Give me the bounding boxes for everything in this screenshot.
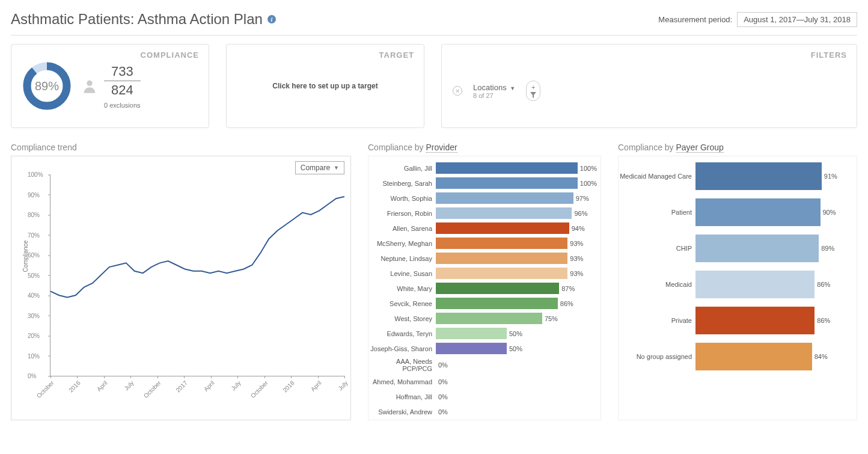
bar-track: 86%	[436, 298, 597, 309]
compliance-donut: 89%	[22, 61, 72, 111]
bar-label: Worth, Sophia	[368, 195, 436, 202]
bar-fill	[436, 253, 567, 264]
compliance-fraction: 733 824 0 exclusions	[81, 64, 141, 109]
bar-label: Neptune, Lindsay	[368, 255, 436, 262]
bar-track: 93%	[436, 253, 597, 264]
compliance-card-label: COMPLIANCE	[141, 51, 199, 60]
x-tick-label: 2016	[68, 379, 82, 394]
bar-fill	[436, 268, 567, 279]
bar-label: White, Mary	[368, 285, 436, 292]
compliance-by-payer-chart[interactable]: Medicaid Managed Care91%Patient90%CHIP89…	[618, 156, 857, 420]
bar-track: 50%	[436, 343, 597, 354]
filter-locations[interactable]: Locations ▼ 8 of 27	[473, 83, 515, 99]
bar-value: 0%	[438, 361, 448, 369]
bar-row: McSherry, Meghan93%	[368, 238, 597, 249]
x-tick-label: October	[249, 379, 269, 399]
y-tick: 10%	[28, 352, 40, 359]
bar-track: 97%	[436, 192, 597, 204]
bar-value: 50%	[509, 330, 522, 337]
bar-label: Levine, Susan	[368, 270, 436, 277]
bar-row: Sevcik, Renee86%	[368, 298, 597, 309]
compliance-trend-chart: Compare ▼ Compliance 0%10%20%30%40%50%60…	[11, 156, 351, 420]
y-tick: 30%	[28, 312, 40, 319]
bar-row: Allen, Sarena94%	[368, 222, 597, 234]
bar-label: Ahmed, Mohammad	[368, 378, 436, 385]
x-tick-label: April	[309, 379, 322, 393]
bar-row: Medicaid Managed Care91%	[619, 162, 853, 190]
bar-track: 75%	[436, 313, 597, 324]
bar-row: Swiderski, Andrew0%	[368, 406, 597, 417]
info-icon[interactable]: i	[267, 15, 276, 23]
chevron-down-icon: ▼	[510, 85, 515, 91]
bar-track: 86%	[695, 271, 853, 298]
period-selector[interactable]: August 1, 2017—July 31, 2018	[737, 12, 857, 27]
bar-fill	[436, 222, 569, 234]
bar-fill	[695, 307, 815, 334]
bar-value: 91%	[824, 173, 837, 180]
bar-track: 87%	[436, 283, 597, 294]
target-card: TARGET Click here to set up up a target	[226, 44, 424, 128]
bar-label: Swiderski, Andrew	[368, 408, 436, 416]
bar-track: 0%	[436, 376, 597, 387]
bar-track: 0%	[436, 406, 597, 417]
bar-label: Hoffman, Jill	[368, 393, 436, 400]
bar-fill	[436, 162, 578, 174]
bar-row: Neptune, Lindsay93%	[368, 253, 597, 264]
set-target-link[interactable]: Click here to set up up a target	[272, 82, 377, 90]
target-card-label: TARGET	[379, 51, 414, 60]
bar-value: 97%	[576, 195, 589, 202]
bar-value: 89%	[821, 245, 834, 252]
bar-label: Private	[619, 317, 695, 324]
y-tick: 40%	[28, 292, 40, 299]
bar-track: 89%	[695, 235, 853, 262]
bar-label: Medicaid	[619, 281, 695, 288]
bar-track: 100%	[436, 177, 597, 189]
bar-row: Steinberg, Sarah100%	[368, 177, 597, 189]
bar-row: No group assigned84%	[619, 343, 853, 370]
compliance-by-provider-chart[interactable]: Gallin, Jill100%Steinberg, Sarah100%Wort…	[368, 156, 601, 420]
bar-row: Medicaid86%	[619, 271, 853, 298]
payer-dimension-dropdown[interactable]: Payer Group	[676, 143, 724, 153]
y-tick: 80%	[28, 212, 40, 218]
bar-fill	[436, 207, 572, 219]
y-tick: 90%	[28, 191, 40, 198]
bar-fill	[695, 271, 815, 298]
x-tick-label: 2017	[175, 379, 189, 394]
bar-fill	[695, 235, 819, 262]
bar-track: 93%	[436, 268, 597, 279]
filters-card: FILTERS ✕ Locations ▼ 8 of 27 +	[441, 44, 857, 128]
bar-value: 86%	[560, 300, 573, 307]
period-label: Measurement period:	[658, 15, 732, 24]
bar-label: West, Storey	[368, 315, 436, 322]
bar-value: 90%	[823, 209, 836, 216]
y-tick: 70%	[28, 232, 40, 238]
bar-value: 75%	[545, 315, 558, 322]
bar-value: 93%	[570, 240, 583, 247]
bar-fill	[436, 177, 578, 189]
clear-filter-icon[interactable]: ✕	[453, 86, 462, 96]
bar-fill	[695, 162, 822, 190]
bar-label: Allen, Sarena	[368, 225, 436, 232]
bar-label: Gallin, Jill	[368, 165, 436, 172]
bar-value: 87%	[561, 285, 575, 292]
bar-label: CHIP	[619, 245, 695, 252]
bar-row: Patient90%	[619, 198, 853, 226]
provider-title-prefix: Compliance by	[368, 143, 426, 152]
payer-title-prefix: Compliance by	[618, 143, 676, 152]
compliance-by-provider-section: Compliance by Provider Gallin, Jill100%S…	[368, 143, 601, 420]
add-filter-button[interactable]: +	[526, 81, 540, 101]
bar-label: Joseph-Giss, Sharon	[368, 345, 436, 352]
provider-dimension-dropdown[interactable]: Provider	[426, 143, 457, 153]
page-title-text: Asthmatic Patients: Asthma Action Plan	[11, 11, 263, 28]
bar-row: Frierson, Robin96%	[368, 207, 597, 219]
compliance-card: COMPLIANCE 89% 733 824 0 exclusions	[11, 44, 209, 128]
x-tick-label: July	[337, 379, 349, 391]
bar-track: 0%	[436, 360, 597, 371]
bar-value: 86%	[817, 281, 830, 288]
bar-fill	[436, 298, 558, 309]
x-tick-label: July	[230, 379, 242, 391]
compare-label: Compare	[301, 164, 330, 172]
bar-label: McSherry, Meghan	[368, 240, 436, 247]
compare-button[interactable]: Compare ▼	[295, 161, 344, 174]
bar-track: 90%	[695, 198, 853, 226]
